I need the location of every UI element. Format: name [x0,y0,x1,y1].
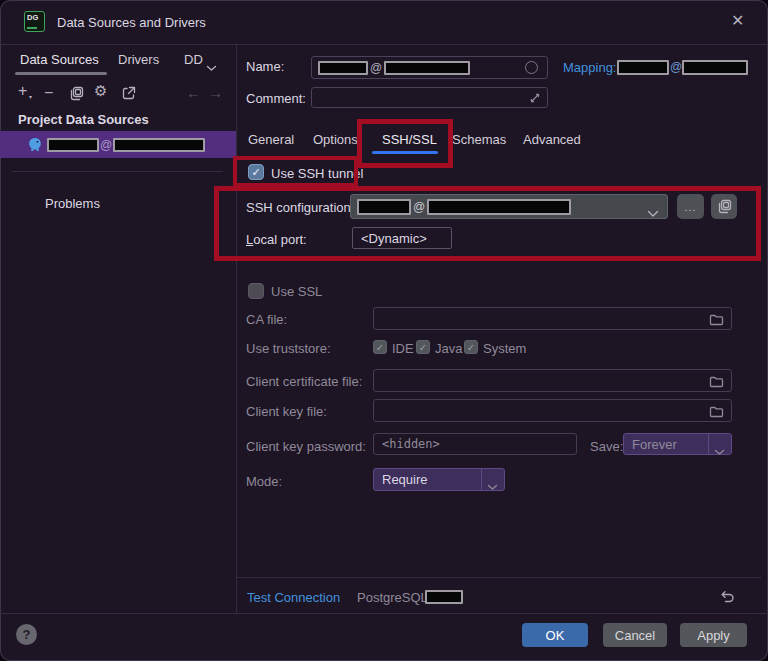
chevron-down-icon [487,477,498,495]
check-icon: ✓ [376,342,384,353]
tab-drivers[interactable]: Drivers [118,52,159,67]
truststore-system-checkbox: ✓ [464,340,478,354]
active-tab-underline [15,72,107,75]
use-ssl-label: Use SSL [271,284,322,299]
at-separator: @ [670,60,682,74]
check-icon: ✓ [467,342,475,353]
data-sources-dialog: DG Data Sources and Drivers ✕ Data Sourc… [0,0,768,661]
circle-icon[interactable] [525,61,538,74]
tab-general[interactable]: General [248,132,294,147]
titlebar-divider [0,44,768,45]
at-separator: @ [368,61,384,75]
redacted-text [47,138,99,152]
name-input[interactable]: @ [311,56,548,79]
client-key-password-label: Client key password: [246,439,366,454]
name-label: Name: [246,59,284,74]
gear-icon[interactable]: ⚙ [94,82,112,100]
datagrip-logo-text: DG [27,13,38,22]
at-separator: @ [411,200,427,214]
redacted-text [427,199,571,215]
ssh-configuration-select[interactable]: @ [350,194,668,219]
tab-advanced[interactable]: Advanced [523,132,581,147]
tree-item-problems[interactable]: Problems [45,196,100,211]
add-button[interactable]: + ▾ [18,84,36,102]
redacted-text [617,60,669,75]
active-tab-underline [372,151,438,154]
chevron-down-icon[interactable] [206,58,217,76]
truststore-java-checkbox: ✓ [416,340,430,354]
redacted-text [113,138,205,152]
duplicate-button[interactable] [69,86,87,104]
redacted-text [357,199,411,215]
truststore-ide-checkbox: ✓ [373,340,387,354]
tab-ssh-ssl[interactable]: SSH/SSL [382,132,437,147]
remove-button[interactable]: − [44,84,62,102]
check-icon: ✓ [419,342,427,353]
local-port-label: Local port: [246,232,307,247]
back-arrow-icon[interactable]: ← [186,84,201,101]
truststore-ide-label: IDE [392,341,414,356]
expand-icon[interactable] [528,91,542,109]
local-port-input[interactable]: <Dynamic> [352,227,452,249]
content-divider [237,577,761,578]
browse-ssh-config-button[interactable]: ... [677,194,704,219]
client-key-password-value: <hidden> [382,437,440,451]
tab-data-sources[interactable]: Data Sources [20,52,99,67]
panel-divider [236,45,237,613]
local-port-value: <Dynamic> [361,231,427,246]
window-title: Data Sources and Drivers [57,15,206,30]
client-key-file-label: Client key file: [246,404,327,419]
tab-ddl[interactable]: DD [184,52,203,67]
cancel-button[interactable]: Cancel [603,623,667,647]
mode-value: Require [382,472,428,487]
footer-divider [0,613,768,614]
data-source-row[interactable]: @ [0,131,236,158]
mode-select[interactable]: Require [373,468,505,491]
apply-button[interactable]: Apply [680,623,747,647]
comment-label: Comment: [246,91,306,106]
ok-button[interactable]: OK [522,623,588,647]
dropdown-divider [708,434,709,454]
client-certificate-file-input[interactable] [373,369,732,392]
use-ssl-checkbox[interactable] [248,283,264,299]
save-label: Save: [590,439,623,454]
undo-icon[interactable] [719,588,735,608]
save-value: Forever [632,437,677,452]
test-connection-link[interactable]: Test Connection [247,590,340,605]
ca-file-label: CA file: [246,312,287,327]
redacted-text [425,590,463,604]
tree-divider [12,171,223,172]
client-key-password-input[interactable]: <hidden> [373,433,577,455]
chevron-down-icon [647,204,659,222]
folder-icon[interactable] [709,404,724,422]
save-select[interactable]: Forever [623,433,732,455]
folder-icon[interactable] [709,312,724,330]
mode-label: Mode: [246,474,282,489]
use-truststore-label: Use truststore: [246,341,331,356]
ssh-configuration-label: SSH configuration: [246,200,354,215]
copy-button[interactable] [711,194,737,219]
postgresql-icon [27,137,43,153]
client-key-file-input[interactable] [373,399,732,422]
help-button[interactable]: ? [16,624,37,645]
redacted-text [318,61,368,75]
tab-options[interactable]: Options [313,132,358,147]
use-ssh-tunnel-label[interactable]: Use SSH tunnel [271,166,364,181]
tree-group-label: Project Data Sources [18,112,149,127]
use-ssh-tunnel-checkbox[interactable]: ✓ [248,164,264,180]
close-icon[interactable]: ✕ [731,11,744,30]
chevron-down-icon [714,442,725,460]
dropdown-divider [481,469,482,490]
folder-icon[interactable] [709,374,724,392]
redacted-text [384,61,470,75]
truststore-system-label: System [483,341,526,356]
open-in-new-button[interactable] [121,86,139,104]
client-certificate-file-label: Client certificate file: [246,374,362,389]
mapping-label[interactable]: Mapping: [563,60,616,75]
tab-schemas[interactable]: Schemas [452,132,506,147]
ca-file-input[interactable] [373,307,732,330]
forward-arrow-icon[interactable]: → [208,84,223,101]
at-separator: @ [99,138,113,152]
driver-label: PostgreSQL [357,590,428,605]
comment-input[interactable] [311,87,548,108]
